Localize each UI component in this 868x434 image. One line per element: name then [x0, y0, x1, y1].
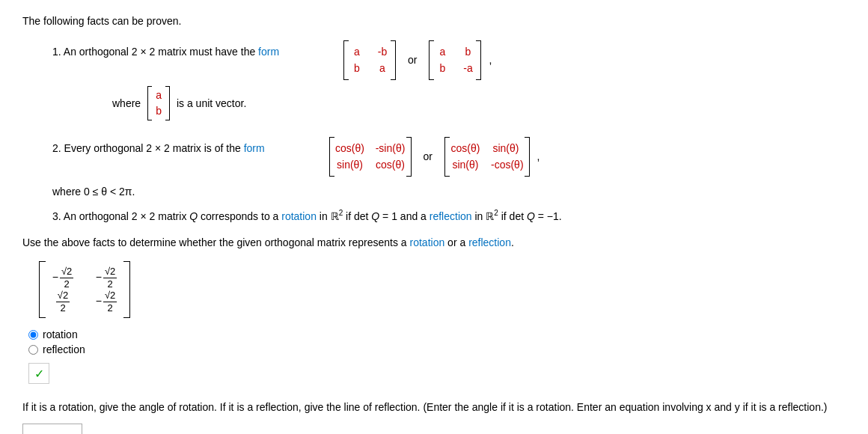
fact2-comma: , [537, 150, 540, 162]
check-icon: ✓ [34, 367, 44, 381]
fact1-or: or [408, 54, 417, 66]
fact2-or: or [424, 150, 433, 162]
answer-input[interactable] [22, 424, 82, 434]
where-vector: a b [147, 86, 171, 120]
fact2-where: where 0 ≤ θ < 2π. [52, 186, 135, 198]
fact1-matrix1: a -b b a [342, 40, 397, 80]
fact2-label: 2. Every orthogonal 2 × 2 matrix is of t… [52, 142, 265, 154]
given-matrix: −√22 −√22 √22 −√22 [37, 261, 846, 318]
radio-group: rotation reflection [28, 328, 846, 355]
check-button[interactable]: ✓ [28, 363, 49, 384]
radio-rotation-label: rotation [43, 328, 78, 340]
intro-text: The following facts can be proven. [22, 15, 846, 27]
fact2-matrix1: cos(θ) -sin(θ) sin(θ) cos(θ) [328, 137, 413, 177]
unit-vector-text: is a unit vector. [177, 97, 246, 109]
fact3-text: 3. An orthogonal 2 × 2 matrix Q correspo… [52, 210, 562, 222]
fact1-matrix2: a b b -a [427, 40, 483, 80]
fact2-matrix2: cos(θ) sin(θ) sin(θ) -cos(θ) [443, 137, 531, 177]
where-label: where [112, 97, 141, 109]
use-line: Use the above facts to determine whether… [22, 234, 846, 251]
fact1-comma: , [489, 54, 492, 66]
bottom-instruction: If it is a rotation, give the angle of r… [22, 399, 846, 415]
radio-rotation[interactable] [28, 330, 38, 340]
fact1-label: 1. An orthogonal 2 × 2 matrix must have … [52, 46, 279, 58]
radio-reflection-label: reflection [43, 343, 85, 355]
radio-reflection[interactable] [28, 345, 38, 355]
